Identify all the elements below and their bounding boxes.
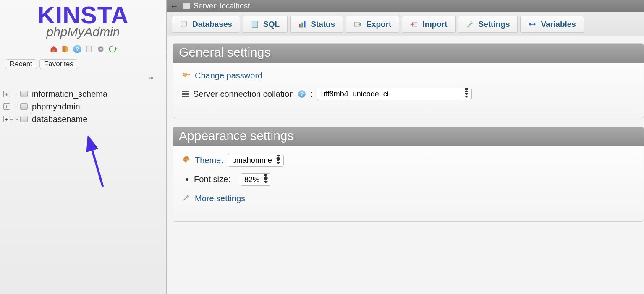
brand-subtitle: phpMyAdmin [0,25,166,39]
svg-line-5 [89,140,103,187]
font-size-row: Font size: 82% [194,173,634,186]
content: General settings Change password Server … [167,36,644,230]
logo: KINSTA phpMyAdmin [0,0,166,41]
font-size-select[interactable]: 82% [240,173,271,186]
svg-rect-9 [301,23,303,28]
home-icon[interactable] [50,45,58,53]
expand-icon[interactable]: + [3,116,10,122]
wrench-icon [182,193,191,204]
docs-icon[interactable] [85,45,93,53]
tab-settings[interactable]: Settings [458,16,518,33]
tab-databases[interactable]: Databases [172,16,240,33]
list-icon [182,91,189,97]
db-node[interactable]: + information_schema [3,88,163,100]
topbar: ← Server: localhost [167,0,644,12]
font-size-label: Font size: [194,174,230,184]
general-settings-panel: General settings Change password Server … [173,43,644,118]
expand-icon[interactable]: + [3,103,10,110]
sidebar: KINSTA phpMyAdmin ? Recent Favorites ⚭ +… [0,0,167,294]
more-settings-link[interactable]: More settings [195,194,245,203]
tab-favorites[interactable]: Favorites [39,59,78,69]
variables-icon [528,20,537,29]
svg-point-14 [534,23,536,26]
breadcrumb[interactable]: Server: localhost [194,2,250,10]
tab-sql[interactable]: SQL [243,16,288,33]
back-button[interactable]: ← [169,2,179,10]
tab-import[interactable]: Import [402,16,455,33]
svg-point-17 [184,158,186,159]
database-icon [20,116,28,122]
theme-select[interactable]: pmahomme [228,154,284,167]
change-password-link[interactable]: Change password [195,71,262,81]
gear-icon[interactable] [97,45,105,53]
svg-point-18 [186,157,188,158]
svg-rect-16 [186,74,190,75]
help-icon[interactable]: ? [73,45,81,53]
svg-rect-8 [299,24,301,28]
server-icon [183,3,190,9]
lock-key-icon [182,70,191,81]
import-icon [410,20,418,29]
tab-variables[interactable]: Variables [520,16,584,33]
svg-point-19 [184,160,186,161]
wrench-icon [466,20,474,29]
panel-title: General settings [173,44,644,63]
reload-icon[interactable] [108,45,117,53]
palette-icon [182,155,191,166]
panel-title: Appearance settings [173,127,644,146]
main-tabs: Databases SQL Status Export Import Setti… [167,12,644,36]
db-label[interactable]: phpmyadmin [32,102,80,112]
annotation-arrow-icon [82,136,111,195]
status-icon [298,20,306,29]
exit-icon[interactable] [61,45,70,53]
collation-select[interactable]: utf8mb4_unicode_ci [317,88,472,100]
tab-status[interactable]: Status [290,16,343,33]
tab-recent[interactable]: Recent [5,59,37,69]
svg-rect-2 [86,46,92,52]
expand-icon[interactable]: + [3,91,10,97]
sql-icon [251,20,259,29]
db-label[interactable]: information_schema [32,89,107,99]
svg-point-13 [529,23,531,26]
database-tree: + information_schema + phpmyadmin + data… [0,86,166,125]
help-icon[interactable]: ? [298,90,306,98]
svg-rect-0 [53,50,55,52]
tab-export[interactable]: Export [346,16,399,33]
sidebar-quick-icons: ? [0,45,166,53]
svg-rect-7 [252,21,257,28]
main-area: ← Server: localhost Databases SQL Status… [167,0,644,294]
database-icon [180,20,188,29]
export-icon [353,20,362,29]
collation-label: Server connection collation [193,89,294,99]
database-icon [20,103,28,110]
theme-label[interactable]: Theme: [195,156,223,165]
sidebar-tabs: Recent Favorites [0,57,166,73]
svg-rect-10 [304,21,305,28]
database-icon [20,91,28,97]
brand-name: KINSTA [0,3,166,26]
appearance-settings-panel: Appearance settings Theme: pmahomme Font… [173,127,644,222]
svg-point-4 [100,48,102,50]
db-label[interactable]: databasename [32,114,87,124]
db-node[interactable]: + phpmyadmin [3,100,163,113]
link-icon[interactable]: ⚭ [148,73,154,83]
db-node[interactable]: + databasename [3,113,163,125]
